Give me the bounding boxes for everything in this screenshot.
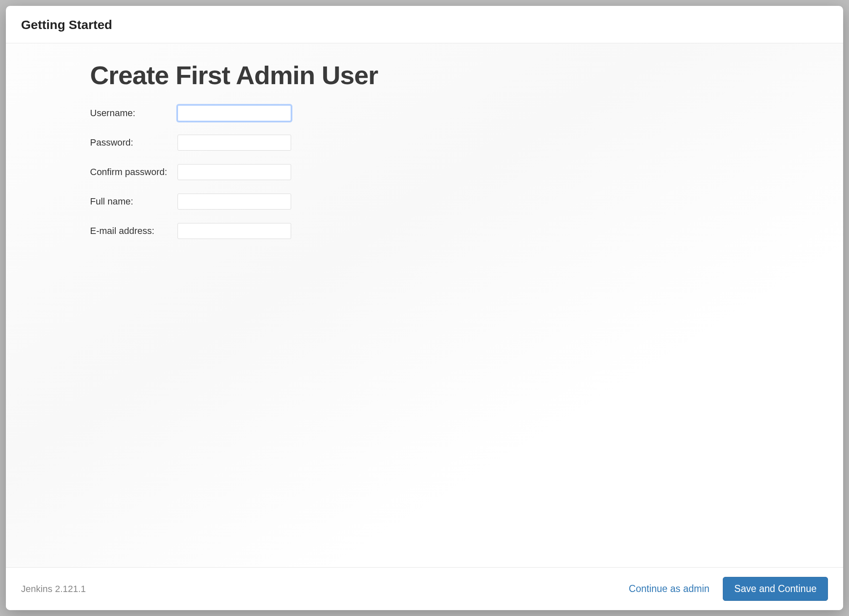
form-row-password: Password: — [90, 135, 826, 151]
modal-header: Getting Started — [6, 6, 843, 43]
jenkins-version: Jenkins 2.121.1 — [21, 584, 616, 595]
password-label: Password: — [90, 137, 178, 148]
form-row-email: E-mail address: — [90, 223, 826, 239]
continue-as-admin-link[interactable]: Continue as admin — [626, 579, 713, 599]
full-name-input[interactable] — [178, 194, 291, 210]
email-input[interactable] — [178, 223, 291, 239]
form-row-username: Username: — [90, 105, 826, 121]
modal-header-title: Getting Started — [21, 18, 828, 32]
form-row-full-name: Full name: — [90, 194, 826, 210]
modal-footer: Jenkins 2.121.1 Continue as admin Save a… — [6, 567, 843, 610]
username-input[interactable] — [178, 105, 291, 121]
save-and-continue-button[interactable]: Save and Continue — [723, 577, 828, 601]
password-input[interactable] — [178, 135, 291, 151]
confirm-password-label: Confirm password: — [90, 167, 178, 178]
full-name-label: Full name: — [90, 196, 178, 207]
email-label: E-mail address: — [90, 226, 178, 236]
form-row-confirm-password: Confirm password: — [90, 164, 826, 180]
modal-body: Create First Admin User Username: Passwo… — [6, 43, 843, 567]
page-title: Create First Admin User — [90, 60, 826, 90]
username-label: Username: — [90, 108, 178, 119]
setup-wizard-modal: Getting Started Create First Admin User … — [6, 6, 843, 610]
confirm-password-input[interactable] — [178, 164, 291, 180]
